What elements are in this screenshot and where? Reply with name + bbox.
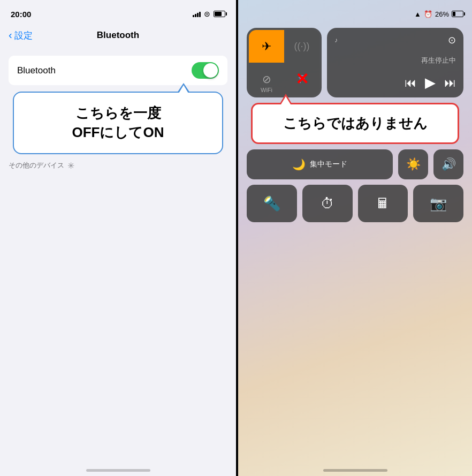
- red-callout-bubble: こちらではありません: [251, 103, 459, 144]
- cc-top-row: ✈ ((·)) ⊘ WiFi Ᵽ ✕ ♪ ⊙: [247, 28, 463, 97]
- camera-button[interactable]: 📷: [413, 185, 463, 222]
- brightness-icon: ☀️: [406, 157, 421, 171]
- nav-title: Bluetooth: [97, 30, 139, 41]
- spinner-icon: ✳: [67, 161, 74, 171]
- toggle-knob: [203, 63, 218, 78]
- bluetooth-toggle[interactable]: [192, 62, 219, 79]
- alarm-icon: ⏰: [424, 10, 432, 18]
- callout-text: こちらを一度OFFにしてON: [27, 103, 209, 142]
- control-center: ✈ ((·)) ⊘ WiFi Ᵽ ✕ ♪ ⊙: [238, 24, 472, 236]
- right-status-icons: ▲ ⏰ 26%: [414, 10, 463, 18]
- volume-icon: 🔊: [441, 157, 456, 171]
- bluetooth-label: Bluetooth: [17, 65, 56, 76]
- chevron-left-icon: ‹: [9, 29, 12, 40]
- focus-label: 集中モード: [310, 160, 347, 169]
- status-bar-left: 20:00 ⊜: [0, 0, 236, 24]
- media-app-icon: ♪: [334, 36, 338, 44]
- home-indicator-right: [323, 469, 387, 472]
- x-mark-icon: ✕: [295, 71, 309, 87]
- right-panel: ▲ ⏰ 26% ✈ ((·)) ⊘ WiFi: [238, 0, 472, 476]
- media-controls: ⏮ ▶ ⏭: [334, 74, 456, 91]
- home-indicator-left: [86, 469, 150, 472]
- location-icon-right: ▲: [414, 10, 421, 18]
- nav-bar-left: ‹ 設定 Bluetooth: [0, 24, 236, 47]
- torch-icon: 🔦: [263, 195, 280, 212]
- camera-icon: 📷: [430, 195, 447, 212]
- status-icons-left: ⊜: [193, 10, 225, 18]
- cc-bottom-row: 🔦 ⏱ 🖩 📷: [247, 185, 463, 222]
- settings-content: Bluetooth こちらを一度OFFにしてON: [0, 47, 236, 154]
- airplay-icon[interactable]: ⊙: [448, 34, 456, 46]
- cc-middle-row: 🌙 集中モード ☀️ 🔊: [247, 149, 463, 179]
- back-button[interactable]: ‹ 設定: [9, 29, 33, 42]
- brightness-button[interactable]: ☀️: [398, 149, 428, 179]
- timer-icon: ⏱: [321, 195, 334, 212]
- next-track-button[interactable]: ⏭: [444, 76, 456, 90]
- play-button[interactable]: ▶: [425, 74, 436, 91]
- status-bar-right: ▲ ⏰ 26%: [238, 0, 472, 24]
- other-devices-label: その他のデバイス: [9, 161, 64, 170]
- battery-icon-left: [214, 11, 225, 17]
- left-panel: 20:00 ⊜ ‹ 設定 Bluetooth Bluetooth: [0, 0, 236, 476]
- battery-icon-right: [452, 11, 463, 17]
- volume-button[interactable]: 🔊: [433, 149, 463, 179]
- timer-button[interactable]: ⏱: [302, 185, 353, 222]
- cc-network-block: ✈ ((·)) ⊘ WiFi Ᵽ ✕: [247, 28, 322, 97]
- cc-media-block: ♪ ⊙ 再生停止中 ⏮ ▶ ⏭: [327, 28, 463, 97]
- cellular-button[interactable]: ((·)): [284, 30, 319, 63]
- wifi-off-icon: ⊘: [262, 73, 271, 86]
- torch-button[interactable]: 🔦: [247, 185, 297, 222]
- airplane-icon: ✈: [262, 40, 271, 54]
- wifi-button[interactable]: ⊘ WiFi: [249, 63, 284, 95]
- wifi-icon: ⊜: [204, 10, 210, 18]
- airplane-mode-button[interactable]: ✈: [249, 30, 284, 63]
- bluetooth-toggle-row: Bluetooth: [9, 56, 227, 85]
- focus-icon: 🌙: [292, 158, 306, 171]
- media-label: 再生停止中: [334, 56, 456, 65]
- back-label: 設定: [14, 29, 33, 42]
- focus-mode-button[interactable]: 🌙 集中モード: [247, 149, 393, 179]
- battery-percent: 26%: [435, 10, 449, 18]
- signal-bars: [193, 11, 201, 17]
- blue-callout-bubble: こちらを一度OFFにしてON: [13, 92, 223, 154]
- prev-track-button[interactable]: ⏮: [405, 76, 416, 90]
- cellular-icon: ((·)): [294, 41, 310, 52]
- calculator-icon: 🖩: [376, 195, 390, 212]
- calculator-button[interactable]: 🖩: [358, 185, 408, 222]
- other-devices-section: その他のデバイス ✳: [0, 154, 236, 177]
- bluetooth-button[interactable]: Ᵽ ✕: [284, 63, 319, 95]
- status-time: 20:00: [11, 10, 31, 19]
- red-callout-text: こちらではありません: [283, 115, 428, 131]
